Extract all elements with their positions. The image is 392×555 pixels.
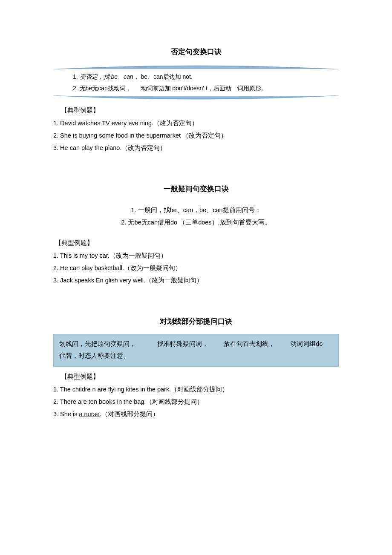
examples-list: 1. This is my toy car.（改为一般疑问句） 2. He ca…	[53, 250, 339, 287]
rule-text: 无be无can找动词，	[80, 85, 132, 92]
examples-label: 【典型例题】	[53, 373, 339, 381]
example-text: （对画线部分提问）	[171, 386, 228, 393]
rule-text: 动词词组do	[290, 340, 323, 347]
example-text: 1. The childre n are flyi ng kites	[53, 386, 140, 393]
rule-box: 1. 变否定，找 be、can， be、can后边加 not. 2. 无be无c…	[53, 64, 339, 101]
underlined-text: a nurse	[79, 411, 99, 417]
example-text: 3. She is	[53, 411, 79, 417]
example-item: 2. She is buying some food in the superm…	[53, 129, 339, 142]
rule-prefix: 1.	[73, 73, 78, 80]
example-item: 3. Jack speaks En glish very well.（改为一般疑…	[53, 274, 339, 287]
example-item: 3. He can play the piano.（改为否定句）	[53, 142, 339, 154]
rule-box: 1. 一般问，找be、can，be、can提前用问号； 2. 无be无can借用…	[53, 201, 339, 233]
rule-text: ，	[133, 73, 139, 80]
example-item: 1. The childre n are flyi ng kites in th…	[53, 383, 339, 396]
rule-prefix: 2.	[73, 85, 78, 92]
rule-line-1: 1. 变否定，找 be、can， be、can后边加 not.	[73, 71, 339, 83]
section-underline-question: 对划线部分部提问口诀 划线问，先把原句变疑问， 找准特殊疑问词， 放在句首去划线…	[53, 316, 339, 420]
example-item: 1. David watches TV every eve ning.（改为否定…	[53, 117, 339, 129]
rule-text: 词用原形。	[237, 85, 267, 92]
example-text: .（对画线部分提问）	[100, 411, 159, 417]
section-general-question: 一般疑问句变换口诀 1. 一般问，找be、can，be、can提前用问号； 2.…	[53, 184, 339, 287]
decorative-arc-top	[53, 64, 339, 69]
document-page: 否定句变换口诀 1. 变否定，找 be、can， be、can后边加 not. …	[0, 0, 392, 476]
rule-line-1: 1. 一般问，找be、can，be、can提前用问号；	[53, 204, 339, 216]
examples-label: 【典型例题】	[53, 239, 339, 247]
examples-list: 1. The childre n are flyi ng kites in th…	[53, 383, 339, 420]
rule-text: 划线问，先把原句变疑问，	[59, 340, 136, 347]
examples-list: 1. David watches TV every eve ning.（改为否定…	[53, 117, 339, 154]
section-title: 否定句变换口诀	[53, 47, 339, 57]
example-item: 1. This is my toy car.（改为一般疑问句）	[53, 250, 339, 262]
rule-text: 找准特殊疑问词，	[157, 340, 208, 347]
rule-text: 代替，时态人称要注意。	[59, 352, 130, 359]
rule-text: 动词前边加 don't/doesn' t，后面动	[141, 85, 231, 92]
example-item: 3. She is a nurse.（对画线部分提问）	[53, 408, 339, 420]
rule-text: 变否定，找 be、can	[80, 73, 133, 80]
rule-box: 划线问，先把原句变疑问， 找准特殊疑问词， 放在句首去划线， 动词词组do 代替…	[53, 334, 339, 367]
section-title: 一般疑问句变换口诀	[53, 184, 339, 194]
example-item: 2. There are ten books in the bag.（对画线部分…	[53, 396, 339, 408]
decorative-arc-bottom	[53, 95, 339, 101]
rule-line-2: 2. 无be无can找动词， 动词前边加 don't/doesn' t，后面动 …	[73, 83, 339, 94]
rule-line-2: 2. 无be无can借用do （三单does）,放到句首要大写。	[53, 216, 339, 229]
rule-text: be、can后边加 not.	[141, 73, 193, 80]
underlined-text: in the park.	[140, 386, 171, 393]
rule-text: 放在句首去划线，	[224, 340, 275, 347]
section-negative: 否定句变换口诀 1. 变否定，找 be、can， be、can后边加 not. …	[53, 47, 339, 154]
examples-label: 【典型例题】	[53, 106, 339, 115]
example-item: 2. He can play basketball.（改为一般疑问句）	[53, 262, 339, 274]
section-title: 对划线部分部提问口诀	[53, 316, 339, 326]
